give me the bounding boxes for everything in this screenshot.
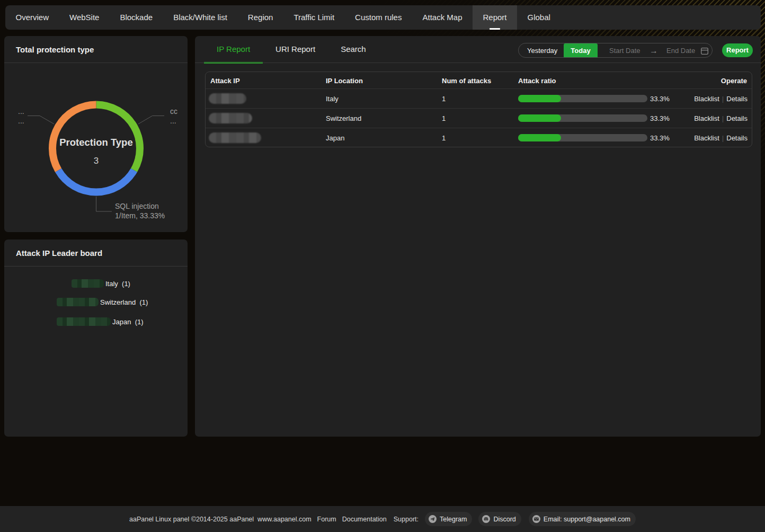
svg-text:cc: cc [170,107,177,116]
svg-text:1/Item, 33.33%: 1/Item, 33.33% [115,211,165,220]
svg-text:...: ... [18,117,24,125]
svg-text:...: ... [18,107,24,116]
svg-text:3: 3 [94,156,99,166]
svg-text:...: ... [170,117,176,125]
svg-text:Protection Type: Protection Type [59,137,132,148]
svg-text:SQL injection: SQL injection [115,202,159,210]
